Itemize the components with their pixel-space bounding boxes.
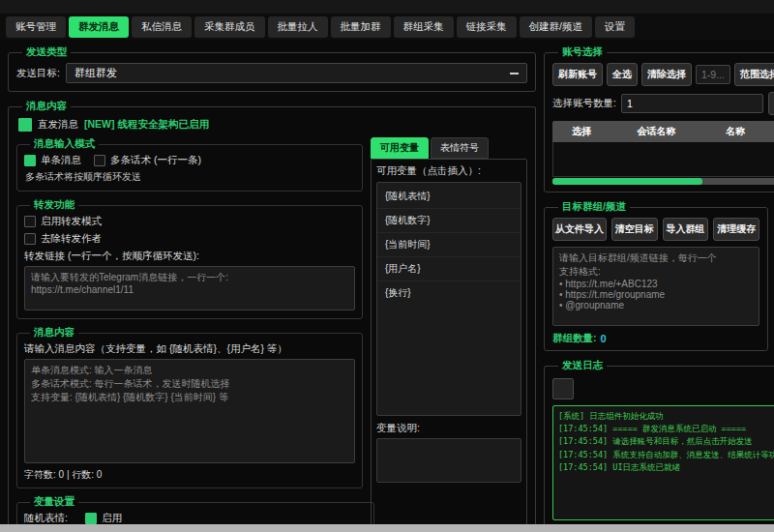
single-message-radio[interactable] [24,155,36,166]
tab-create-group[interactable]: 创建群/频道 [520,16,592,38]
variable-item-random-emoji[interactable]: {随机表情} [377,185,521,209]
target-legend: 目标群组/频道 [558,200,630,214]
input-mode-legend: 消息输入模式 [30,137,99,151]
send-target-select[interactable]: 群组群发 [66,63,527,83]
scrollbar-thumb[interactable] [552,178,702,185]
variable-tabbar: 可用变量 表情符号 [371,137,527,159]
random-emoji-checkbox[interactable] [85,513,97,524]
tab-group-collect[interactable]: 群组采集 [394,16,454,38]
multi-script-label: 多条话术 (一行一条) [110,154,201,167]
variable-list-label: 可用变量（点击插入）: [376,164,521,178]
variable-desc-box [376,438,521,483]
remove-author-checkbox[interactable] [24,233,36,245]
account-table-header: 选择 会话名称 名称 用户名 [552,121,774,142]
forward-links-label: 转发链接 (一行一个，按顺序循环发送): [24,250,355,263]
variable-desc-label: 变量说明: [376,422,521,435]
tab-link-collect[interactable]: 链接采集 [457,16,517,38]
content-group: 消息内容 请输入消息内容（支持变量，如 {随机表情}、{用户名} 等） 字符数:… [16,326,363,488]
main-tab-bar: 账号管理 群发消息 私信消息 采集群成员 批量拉人 批量加群 群组采集 链接采集… [0,14,774,40]
log-line: [17:45:54] 系统支持自动加群、消息发送、结果统计等功能 [558,449,774,461]
target-group: 目标群组/频道 从文件导入 清空目标 导入群组 清理缓存 群组数量: 0 [544,200,768,351]
multi-script-radio[interactable] [94,155,105,166]
account-count-label: 选择账号数量: [552,97,616,110]
header-username[interactable]: 用户名 [769,121,774,142]
range-input[interactable] [696,65,730,84]
direct-send-label: 直发消息 [38,118,78,132]
target-links-textarea[interactable] [552,247,759,326]
count-select-button[interactable]: 按数量选择 [768,92,774,115]
tab-settings[interactable]: 设置 [595,16,635,38]
log-toolbar-button[interactable] [552,378,574,399]
import-groups-button[interactable]: 导入群组 [663,218,709,241]
variable-item-current-time[interactable]: {当前时间} [377,233,521,257]
send-log-legend: 发送日志 [558,359,607,372]
random-emoji-label: 随机表情: [24,512,80,525]
send-type-legend: 发送类型 [22,45,71,59]
send-target-value: 群组群发 [74,66,117,80]
variable-settings-legend: 变量设置 [30,495,78,509]
group-count-label: 群组数量: [552,332,597,345]
enable-forward-label: 启用转发模式 [41,215,102,228]
random-emoji-enable-label: 启用 [102,512,122,525]
account-table-hscrollbar[interactable] [552,178,774,185]
header-select[interactable]: 选择 [552,121,610,142]
variable-item-username[interactable]: {用户名} [377,257,521,281]
clear-targets-button[interactable]: 清空目标 [611,218,658,241]
variable-list: {随机表情} {随机数字} {当前时间} {用户名} {换行} [376,182,521,416]
import-from-file-button[interactable]: 从文件导入 [552,218,607,241]
send-type-group: 发送类型 发送目标: 群组群发 [8,45,536,92]
input-mode-group: 消息输入模式 单条消息 多条话术 (一行一条) 多条话术将按顺序循环发送 [16,137,363,192]
group-count-value: 0 [601,333,607,344]
direct-send-checkbox[interactable] [18,118,32,132]
dropdown-arrow-icon [510,73,519,74]
tab-emoji-symbols[interactable]: 表情符号 [431,137,489,159]
send-target-label: 发送目标: [16,67,60,80]
remove-author-label: 去除转发作者 [41,232,102,246]
range-select-button[interactable]: 范围选择 [734,63,774,86]
tab-collect-members[interactable]: 采集群成员 [194,16,265,38]
bottom-horizontal-scrollbar[interactable] [0,524,774,532]
account-count-input[interactable] [621,94,763,113]
clear-cache-button[interactable]: 清理缓存 [713,218,759,241]
enable-forward-checkbox[interactable] [24,216,36,227]
tab-mass-message[interactable]: 群发消息 [69,16,129,38]
forward-group: 转发功能 启用转发模式 去除转发作者 转发链接 (一行一个，按顺序循环发送): [16,198,363,319]
content-textarea[interactable] [24,359,355,463]
header-session-name[interactable]: 会话名称 [610,121,702,142]
account-select-group: 账号选择 刷新账号 全选 清除选择 范围选择 选择账号数量: 按数量选择 选择 … [544,45,774,192]
message-content-group: 消息内容 直发消息 [NEW] 线程安全架构已启用 消息输入模式 单条消息 多条 [8,100,536,532]
send-log-output[interactable]: [系统] 日志组件初始化成功 [17:45:54] ===== 群发消息系统已启… [552,405,774,520]
log-line: [17:45:54] ===== 群发消息系统已启动 ===== [558,423,774,435]
send-log-group: 发送日志 [系统] 日志组件初始化成功 [17:45:54] ===== 群发消… [544,359,774,526]
tab-account-manage[interactable]: 账号管理 [6,16,66,38]
tab-available-variables[interactable]: 可用变量 [371,137,429,159]
log-line: [17:45:54] UI日志系统已就绪 [558,461,774,474]
tab-batch-invite[interactable]: 批量拉人 [268,16,328,38]
message-content-legend: 消息内容 [22,100,71,113]
select-all-button[interactable]: 全选 [607,63,638,86]
header-name[interactable]: 名称 [702,121,769,142]
input-mode-hint: 多条话术将按顺序循环发送 [25,170,355,184]
single-message-label: 单条消息 [41,154,81,167]
account-table-body [552,142,774,177]
account-select-legend: 账号选择 [558,45,607,59]
refresh-accounts-button[interactable]: 刷新账号 [552,63,603,86]
tab-private-message[interactable]: 私信消息 [132,16,192,38]
variable-panel: 可用变量（点击插入）: {随机表情} {随机数字} {当前时间} {用户名} {… [371,159,527,532]
variable-item-newline[interactable]: {换行} [377,281,521,305]
forward-links-textarea[interactable] [24,266,355,310]
window-title-strip [0,0,774,14]
content-label: 请输入消息内容（支持变量，如 {随机表情}、{用户名} 等） [24,342,355,356]
tab-batch-join[interactable]: 批量加群 [331,16,391,38]
log-line: [系统] 日志组件初始化成功 [558,410,774,423]
forward-legend: 转发功能 [30,198,78,212]
char-counter: 字符数: 0 | 行数: 0 [24,468,355,482]
clear-selection-button[interactable]: 清除选择 [641,63,692,86]
log-line: [17:45:54] 请选择账号和目标，然后点击开始发送 [558,435,774,448]
new-badge: [NEW] 线程安全架构已启用 [84,118,209,132]
content-legend: 消息内容 [30,326,78,340]
variable-item-random-number[interactable]: {随机数字} [377,209,521,233]
